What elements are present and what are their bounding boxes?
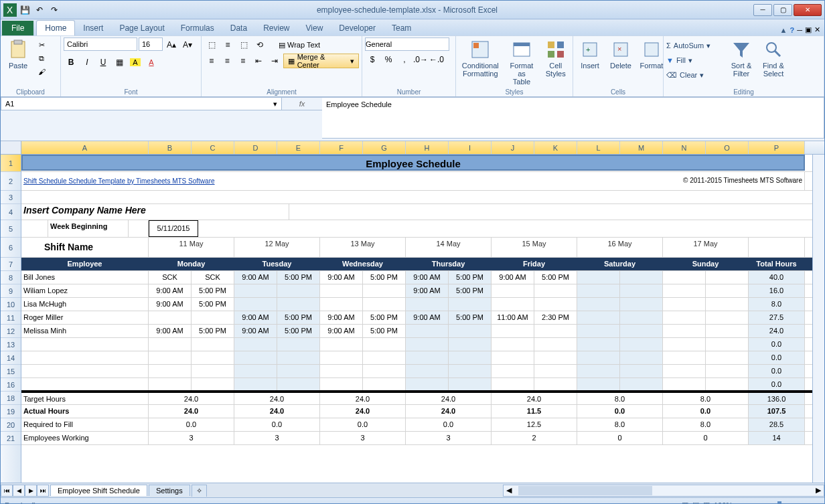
cell-8-7[interactable] — [449, 378, 492, 390]
cell-7-11[interactable] — [620, 365, 663, 377]
align-middle-icon[interactable]: ≡ — [220, 37, 235, 52]
cell-0-11[interactable] — [620, 271, 663, 284]
employee-name-2[interactable]: Lisa McHugh — [21, 298, 149, 311]
total-8[interactable]: 0.0 — [749, 378, 805, 390]
cell-6-12[interactable] — [663, 351, 706, 364]
row-header-10[interactable]: 10 — [1, 298, 21, 311]
cell-3-10[interactable] — [577, 311, 620, 324]
employee-name-6[interactable] — [21, 351, 149, 364]
cell-8-11[interactable] — [620, 378, 663, 390]
col-header-D[interactable]: D — [234, 141, 277, 154]
cell-1-6[interactable]: 9:00 AM — [406, 284, 449, 297]
tab-data[interactable]: Data — [222, 21, 255, 35]
save-icon[interactable]: 💾 — [18, 3, 31, 17]
cell-1-12[interactable] — [663, 284, 706, 297]
tab-nav-first-icon[interactable]: ⏮ — [1, 485, 13, 497]
total-3[interactable]: 27.5 — [749, 311, 805, 324]
cell-8-0[interactable] — [149, 378, 192, 390]
cell-1-7[interactable]: 5:00 PM — [449, 284, 492, 297]
row-header-14[interactable]: 14 — [1, 351, 21, 365]
increase-indent-icon[interactable]: ⇥ — [267, 54, 282, 68]
scroll-left-icon[interactable]: ◀ — [504, 486, 514, 495]
employee-name-8[interactable] — [21, 378, 149, 390]
row-header-15[interactable]: 15 — [1, 365, 21, 378]
col-header-A[interactable]: A — [21, 141, 149, 154]
delete-cells-button[interactable]: ×Delete — [607, 37, 635, 71]
date-3[interactable]: 14 May — [406, 238, 492, 257]
date-4[interactable]: 15 May — [492, 238, 577, 257]
border-button[interactable]: ▦ — [112, 55, 127, 70]
tab-home[interactable]: Home — [36, 20, 75, 35]
cell-grid[interactable]: Employee ScheduleShift Schedule Schedule… — [21, 155, 812, 483]
cell-5-6[interactable] — [406, 338, 449, 351]
date-6[interactable]: 17 May — [663, 238, 749, 257]
comma-icon[interactable]: , — [397, 52, 412, 67]
summary-3-1[interactable]: 3 — [234, 432, 320, 444]
font-size-select[interactable] — [139, 37, 163, 51]
company-name[interactable]: Insert Company Name Here — [21, 204, 289, 220]
cell-8-4[interactable] — [320, 378, 363, 390]
summary-2-4[interactable]: 12.5 — [492, 418, 577, 431]
employee-name-0[interactable]: Bill Jones — [21, 271, 149, 284]
cell-5-12[interactable] — [663, 338, 706, 351]
summary-1-4[interactable]: 11.5 — [492, 405, 577, 418]
summary-2-6[interactable]: 8.0 — [663, 418, 749, 431]
cell-4-11[interactable] — [620, 325, 663, 337]
cell-0-6[interactable]: 9:00 AM — [406, 271, 449, 284]
cell-7-6[interactable] — [406, 365, 449, 377]
cell-6-0[interactable] — [149, 351, 192, 364]
cell-4-1[interactable]: 5:00 PM — [192, 325, 234, 337]
cell-7-9[interactable] — [534, 365, 577, 377]
currency-icon[interactable]: $ — [365, 52, 380, 67]
cell-5-3[interactable] — [277, 338, 320, 351]
cell-2-4[interactable] — [320, 298, 363, 311]
cell-4-7[interactable] — [449, 325, 492, 337]
tab-developer[interactable]: Developer — [331, 21, 384, 35]
header-thursday[interactable]: Thursday — [406, 258, 492, 270]
align-center-icon[interactable]: ≡ — [220, 54, 235, 68]
cell-3-6[interactable]: 9:00 AM — [406, 311, 449, 324]
cell-0-8[interactable]: 9:00 AM — [492, 271, 534, 284]
summary-0-1[interactable]: 24.0 — [234, 393, 320, 404]
cell-2-10[interactable] — [577, 298, 620, 311]
fill-color-button[interactable]: A — [128, 55, 143, 70]
cell-0-7[interactable]: 5:00 PM — [449, 271, 492, 284]
cell-1-4[interactable] — [320, 284, 363, 297]
summary-total-2[interactable]: 28.5 — [749, 418, 805, 431]
row-header-2[interactable]: 2 — [1, 172, 21, 191]
cell-4-2[interactable]: 9:00 AM — [234, 325, 277, 337]
summary-2-1[interactable]: 0.0 — [234, 418, 320, 431]
col-header-I[interactable]: I — [449, 141, 492, 154]
summary-0-2[interactable]: 24.0 — [320, 393, 406, 404]
week-beginning-date[interactable]: 5/11/2015 — [149, 220, 198, 237]
cell-7-0[interactable] — [149, 365, 192, 377]
summary-0-4[interactable]: 24.0 — [492, 393, 577, 404]
cell-8-12[interactable] — [663, 378, 706, 390]
summary-3-6[interactable]: 0 — [663, 432, 749, 444]
undo-icon[interactable]: ↶ — [33, 3, 46, 17]
decrease-indent-icon[interactable]: ⇤ — [252, 54, 267, 68]
cell-4-8[interactable] — [492, 325, 534, 337]
percent-icon[interactable]: % — [381, 52, 396, 67]
cell-5-13[interactable] — [706, 338, 749, 351]
header-saturday[interactable]: Saturday — [577, 258, 663, 270]
cell-0-2[interactable]: 9:00 AM — [234, 271, 277, 284]
tab-view[interactable]: View — [298, 21, 331, 35]
new-sheet-icon[interactable]: ✧ — [192, 485, 207, 497]
autosum-button[interactable]: ΣAutoSum▾ — [666, 39, 724, 52]
summary-0-0[interactable]: 24.0 — [149, 393, 234, 404]
decrease-font-icon[interactable]: A▾ — [180, 37, 195, 52]
col-header-N[interactable]: N — [663, 141, 706, 154]
cell-5-1[interactable] — [192, 338, 234, 351]
name-box[interactable]: A1▾ — [1, 97, 282, 110]
cell-7-12[interactable] — [663, 365, 706, 377]
row-header-1[interactable]: 1 — [1, 155, 21, 172]
tab-page-layout[interactable]: Page Layout — [111, 21, 172, 35]
summary-3-2[interactable]: 3 — [320, 432, 406, 444]
row-header-12[interactable]: 12 — [1, 325, 21, 338]
cell-3-3[interactable]: 5:00 PM — [277, 311, 320, 324]
summary-1-3[interactable]: 24.0 — [406, 405, 492, 418]
template-link[interactable]: Shift Schedule Schedule Template by Time… — [23, 177, 215, 185]
row-header-8[interactable]: 8 — [1, 271, 21, 284]
col-header-C[interactable]: C — [192, 141, 234, 154]
